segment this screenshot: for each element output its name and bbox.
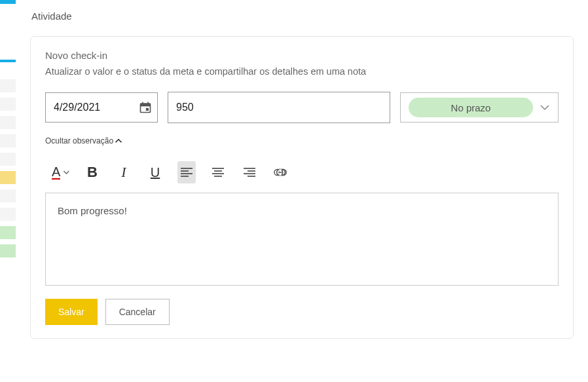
font-color-icon: A	[52, 166, 60, 180]
align-right-button[interactable]	[240, 161, 259, 183]
note-textarea[interactable]: Bom progresso!	[45, 193, 559, 286]
svg-rect-4	[147, 102, 149, 105]
link-icon	[274, 168, 288, 177]
card-title: Novo check-in	[45, 50, 559, 61]
svg-rect-1	[141, 104, 151, 106]
link-button[interactable]	[272, 161, 290, 183]
chevron-down-icon	[63, 168, 70, 176]
align-center-icon	[212, 167, 224, 178]
calendar-icon[interactable]	[139, 101, 152, 114]
status-label: No prazo	[451, 102, 491, 113]
sidebar-ruler	[0, 0, 16, 382]
svg-rect-3	[142, 102, 143, 105]
status-dropdown[interactable]: No prazo	[400, 92, 559, 123]
align-center-button[interactable]	[209, 161, 227, 183]
align-left-button[interactable]	[177, 161, 196, 183]
font-color-button[interactable]: A	[52, 161, 70, 183]
cancel-button[interactable]: Cancelar	[105, 299, 170, 325]
date-input[interactable]: 4/29/2021	[45, 92, 158, 123]
section-heading-activity: Atividade	[31, 10, 574, 22]
underline-button[interactable]: U	[146, 161, 164, 183]
date-value: 4/29/2021	[54, 102, 100, 113]
chevron-down-icon	[540, 102, 550, 113]
new-checkin-card: Novo check-in Atualizar o valor e o stat…	[30, 36, 574, 339]
svg-rect-2	[146, 108, 149, 111]
editor-toolbar: A B I U	[45, 161, 559, 183]
card-subtitle: Atualizar o valor e o status da meta e c…	[45, 66, 559, 77]
italic-button[interactable]: I	[115, 161, 133, 183]
hide-note-toggle[interactable]: Ocultar observação	[45, 136, 122, 145]
value-input[interactable]	[168, 92, 390, 123]
align-right-icon	[244, 167, 255, 178]
save-button[interactable]: Salvar	[45, 299, 98, 325]
align-left-icon	[181, 167, 193, 178]
chevron-up-icon	[115, 137, 122, 145]
status-pill: No prazo	[409, 98, 533, 117]
bold-button[interactable]: B	[83, 161, 101, 183]
hide-note-label: Ocultar observação	[45, 136, 113, 145]
